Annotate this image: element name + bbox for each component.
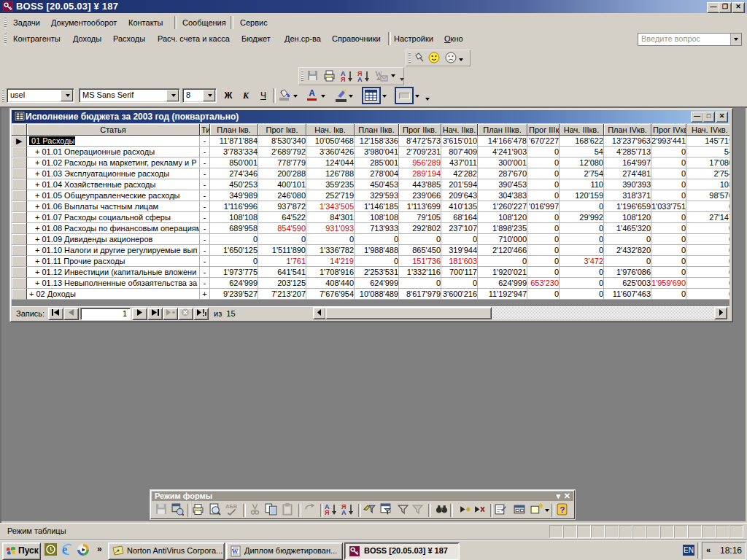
svg-text:Я: Я: [325, 509, 329, 516]
svg-text:АБВ: АБВ: [225, 503, 238, 510]
svg-text:W: W: [232, 548, 239, 555]
svg-text:?: ?: [560, 505, 565, 514]
svg-text:Я: Я: [341, 76, 345, 82]
svg-text:А: А: [341, 509, 347, 516]
svg-text:А: А: [357, 76, 363, 82]
